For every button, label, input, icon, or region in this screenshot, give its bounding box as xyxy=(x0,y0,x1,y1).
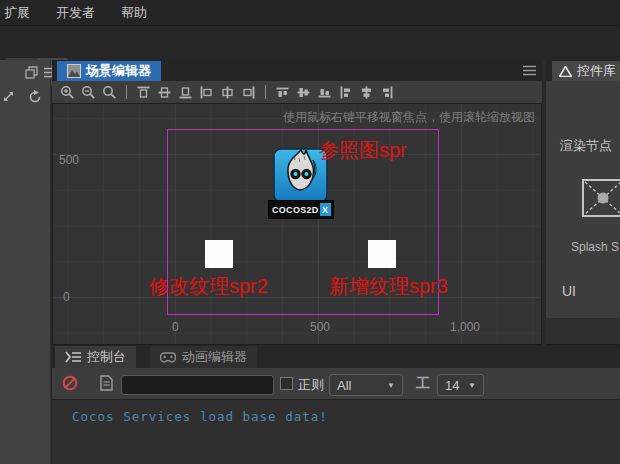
tab-widget-library[interactable]: 控件库 xyxy=(552,61,620,81)
font-size-dropdown[interactable]: 14 ▼ xyxy=(437,374,484,396)
scene-icon xyxy=(67,64,81,78)
distribute-hcenter-icon[interactable] xyxy=(359,85,374,100)
sprite3-texture[interactable] xyxy=(368,240,396,268)
sprite-placeholder-icon xyxy=(582,179,620,217)
menu-developer[interactable]: 开发者 xyxy=(54,2,97,24)
sprite-label-add: 新增纹理spr3 xyxy=(329,273,448,300)
splash-item-label: Splash S xyxy=(571,240,619,254)
distribute-right-icon[interactable] xyxy=(380,85,395,100)
refresh-icon[interactable] xyxy=(28,90,42,104)
sprite-label-modify: 修改纹理spr2 xyxy=(149,273,268,300)
tab-console[interactable]: 控制台 xyxy=(55,346,136,368)
document-icon[interactable] xyxy=(100,375,113,391)
sprite-label-reference: 参照图spr xyxy=(319,137,407,164)
zoom-out-icon[interactable] xyxy=(81,85,96,100)
log-filter-value: All xyxy=(337,378,351,393)
canvas-hint-text: 使用鼠标右键平移视窗焦点，使用滚轮缩放视图 xyxy=(283,109,535,126)
sprite2-texture[interactable] xyxy=(205,240,233,268)
console-toolbar: 正则 All ▼ 工 14 ▼ xyxy=(52,368,620,399)
align-left-icon[interactable] xyxy=(199,85,214,100)
align-hcenter-icon[interactable] xyxy=(220,85,235,100)
distribute-top-icon[interactable] xyxy=(275,85,290,100)
y-axis-label-500: 500 xyxy=(59,153,79,167)
left-dock-strip xyxy=(0,60,51,464)
console-tabstrip xyxy=(52,345,620,368)
align-right-icon[interactable] xyxy=(241,85,256,100)
x-axis-label-0: 0 xyxy=(172,320,179,334)
align-top-icon[interactable] xyxy=(136,85,151,100)
chevron-down-icon: ▼ xyxy=(468,381,476,390)
library-tab-label: 控件库 xyxy=(577,62,616,80)
triangle-icon xyxy=(559,66,572,77)
toolbar-separator xyxy=(265,85,266,99)
animation-tab-label: 动画编辑器 xyxy=(182,348,247,366)
console-tab-label: 控制台 xyxy=(87,348,126,366)
main-toolbar xyxy=(0,27,620,60)
log-filter-dropdown[interactable]: All ▼ xyxy=(329,374,403,396)
distribute-left-icon[interactable] xyxy=(338,85,353,100)
font-size-value: 14 xyxy=(445,378,459,393)
regex-checkbox[interactable] xyxy=(280,377,293,390)
font-size-icon: 工 xyxy=(416,375,430,393)
chevron-down-icon: ▼ xyxy=(387,381,395,390)
console-log-area[interactable]: Cocos Services load base data! xyxy=(52,399,620,464)
scene-panel-menu-icon[interactable] xyxy=(523,65,536,76)
scene-canvas[interactable]: 使用鼠标右键平移视窗焦点，使用滚轮缩放视图 500 0 0 500 1,000 xyxy=(52,104,542,345)
menu-help[interactable]: 帮助 xyxy=(119,2,149,24)
distribute-vcenter-icon[interactable] xyxy=(296,85,311,100)
toolbar-separator xyxy=(126,85,127,99)
clear-icon[interactable] xyxy=(62,375,78,391)
menu-bar: 扩展 开发者 帮助 xyxy=(0,0,620,26)
duplicate-panel-icon[interactable] xyxy=(25,66,38,79)
search-input[interactable] xyxy=(121,375,274,395)
zoom-in-icon[interactable] xyxy=(60,85,75,100)
align-bottom-icon[interactable] xyxy=(178,85,193,100)
align-vcenter-icon[interactable] xyxy=(157,85,172,100)
distribute-bottom-icon[interactable] xyxy=(317,85,332,100)
section-render-node: 渲染节点 xyxy=(560,137,612,155)
x-axis-label-1000: 1,000 xyxy=(450,320,480,334)
cocos-logo-x: X xyxy=(320,203,331,216)
tab-animation-editor[interactable]: 动画编辑器 xyxy=(150,346,257,368)
x-axis-label-500: 500 xyxy=(310,320,330,334)
library-panel: 渲染节点 Splash S UI xyxy=(546,81,620,318)
tab-scene-editor[interactable]: 场景编辑器 xyxy=(57,61,161,81)
regex-label: 正则 xyxy=(298,376,324,394)
log-line: Cocos Services load base data! xyxy=(72,409,328,424)
section-ui: UI xyxy=(562,283,576,299)
cocos-logo-text: COCOS2D xyxy=(272,205,319,215)
scene-toolbar xyxy=(52,81,542,104)
cocos-logo-banner: COCOS2D X xyxy=(268,200,334,219)
expand-panel-icon[interactable] xyxy=(2,90,15,103)
library-panel-footer xyxy=(546,318,620,345)
y-axis-label-0: 0 xyxy=(63,290,70,304)
scene-tab-label: 场景编辑器 xyxy=(86,62,151,80)
zoom-reset-icon[interactable] xyxy=(102,85,117,100)
splash-sprite-item[interactable] xyxy=(582,179,620,217)
app-window: 扩展 开发者 帮助 xyxy=(0,0,620,464)
menu-extensions[interactable]: 扩展 xyxy=(2,2,32,24)
animation-icon xyxy=(160,352,176,363)
console-icon xyxy=(65,351,81,363)
